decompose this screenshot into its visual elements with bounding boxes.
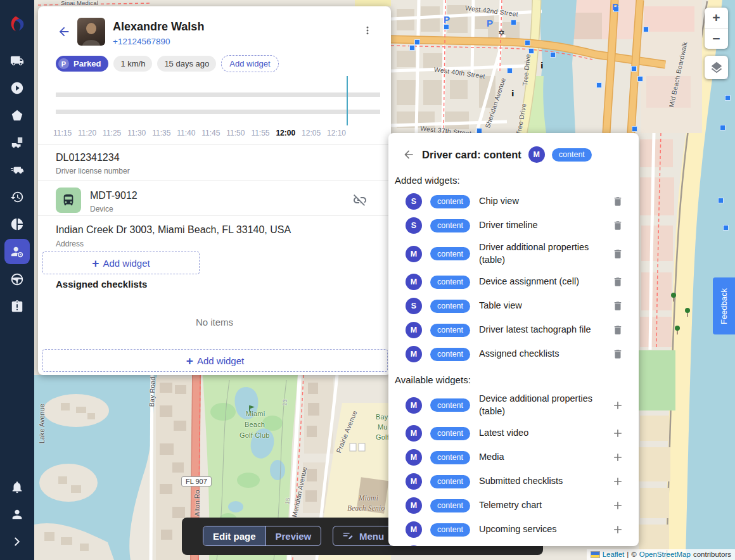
feedback-button[interactable]: Feedback <box>713 277 735 334</box>
timeline-tick: 11:25 <box>103 129 121 137</box>
widget-row: M content Submitted checklists <box>406 473 625 490</box>
device-value: MDT-9012 <box>90 190 137 201</box>
widget-size-badge: M <box>406 274 422 290</box>
add-widget-row-button[interactable] <box>611 523 625 537</box>
widget-size-badge: M <box>406 425 422 442</box>
sidebar-item-reports[interactable] <box>0 210 34 238</box>
timeline-tick: 11:30 <box>127 129 146 137</box>
pie-chart-icon <box>10 217 24 231</box>
sidebar-item-geofences[interactable] <box>0 101 34 129</box>
add-widget-row-button[interactable] <box>611 474 625 488</box>
address-label: Address <box>56 239 84 248</box>
more-options-button[interactable] <box>360 23 375 38</box>
add-widget-row-button[interactable] <box>611 426 625 440</box>
trash-icon <box>612 348 623 360</box>
widget-row: M content Latest video <box>406 425 625 442</box>
widget-row: M content Driver latest tachograph file <box>406 322 625 338</box>
widget-size-badge: S <box>406 193 422 210</box>
bus-device-icon <box>56 188 81 213</box>
timeline-tick: 11:50 <box>226 129 245 137</box>
widget-label: Device assignment (cell) <box>479 276 603 288</box>
widget-row: M content Driver additional properties (… <box>406 241 625 266</box>
timeline-tick: 12:05 <box>302 129 321 137</box>
add-widget-row-button[interactable] <box>611 499 625 512</box>
available-widgets-list: M content Device additional properties (… <box>406 393 625 546</box>
delete-widget-button[interactable] <box>611 247 625 261</box>
sidebar-item-delivery[interactable] <box>0 156 34 183</box>
map-layers-button[interactable] <box>705 56 728 79</box>
zoom-out-button[interactable]: − <box>705 28 728 49</box>
plus-icon <box>611 427 624 440</box>
preview-button[interactable]: Preview <box>266 526 321 545</box>
edit-page-button[interactable]: Edit page <box>203 526 266 545</box>
added-widgets-heading: Added widgets: <box>395 175 639 186</box>
widget-size-badge: M <box>406 397 422 414</box>
widget-row: S content Driver timeline <box>406 217 625 234</box>
back-icon[interactable] <box>57 25 71 39</box>
trash-icon <box>612 248 623 260</box>
delete-widget-button[interactable] <box>611 347 625 361</box>
zoom-in-button[interactable]: + <box>705 8 728 28</box>
timeline-now-line <box>347 76 348 125</box>
plus-icon <box>611 523 624 536</box>
available-widgets-heading: Available widgets: <box>395 374 639 385</box>
speed-chip: 1 km/h <box>113 56 152 72</box>
add-widget-chip[interactable]: Add widget <box>221 55 278 72</box>
sidebar-item-fleet[interactable] <box>0 47 34 74</box>
menu-button[interactable]: Menu <box>333 526 393 546</box>
back-icon[interactable] <box>402 148 415 161</box>
trash-icon <box>612 219 623 232</box>
widget-row: M content Device additional properties (… <box>406 393 625 417</box>
card-content-tag: content <box>552 148 592 162</box>
osm-link[interactable]: OpenStreetMap <box>639 550 691 558</box>
widget-row: M content Device assignment (cell) <box>406 274 625 290</box>
delete-widget-button[interactable] <box>611 194 625 208</box>
add-widget-row-button[interactable] <box>611 398 625 412</box>
delete-widget-button[interactable] <box>611 323 625 337</box>
license-value: DL012341234 <box>56 152 120 163</box>
driver-avatar <box>77 18 105 46</box>
unlink-icon <box>352 193 368 208</box>
sidebar-item-drivers[interactable] <box>4 239 30 264</box>
widget-content-tag: content <box>430 451 470 464</box>
unlink-device-button[interactable] <box>352 193 369 209</box>
widget-content-tag: content <box>430 427 470 440</box>
sidebar-item-tasks[interactable] <box>0 293 34 320</box>
widget-content-tag: content <box>430 398 470 412</box>
status-chip-parked[interactable]: P Parked <box>56 56 108 72</box>
driver-phone-link[interactable]: +12124567890 <box>113 37 170 46</box>
widget-size-badge: M <box>406 449 422 466</box>
widget-row: M content Media <box>406 449 625 466</box>
sidebar-item-history[interactable] <box>0 183 34 210</box>
parking-icon: P <box>58 58 69 69</box>
widget-size-badge: S <box>406 298 422 314</box>
layers-icon <box>710 61 724 75</box>
widget-size-badge: M <box>406 545 422 546</box>
sidebar-item-tracks[interactable] <box>0 74 34 101</box>
leaflet-link[interactable]: Leaflet <box>603 550 625 558</box>
widget-content-tag: content <box>430 276 470 289</box>
trash-icon <box>612 300 623 312</box>
sidebar-item-logistics[interactable] <box>0 129 34 156</box>
add-widget-button-top[interactable]: + Add widget <box>42 251 200 274</box>
delete-widget-button[interactable] <box>611 219 625 232</box>
widget-size-badge: S <box>406 217 422 234</box>
sidebar-item-account[interactable] <box>0 500 34 528</box>
mode-toggle-group: Edit page Preview <box>203 526 321 546</box>
delete-widget-button[interactable] <box>611 275 625 289</box>
clipboard-alert-icon <box>10 300 24 314</box>
app-logo[interactable] <box>6 13 29 35</box>
widget-label: Driver additional properties (table) <box>479 241 603 266</box>
widget-row: S content Table view <box>406 298 625 314</box>
driver-icon <box>10 245 24 258</box>
widget-row: M content Assigned checklists <box>406 346 625 362</box>
trash-icon <box>612 195 623 208</box>
widget-row: S content Chip view <box>406 193 625 210</box>
add-widget-row-button[interactable] <box>611 450 625 464</box>
sidebar-expand-button[interactable] <box>0 528 34 555</box>
delete-widget-button[interactable] <box>611 299 625 313</box>
sidebar-item-notifications[interactable] <box>0 473 34 500</box>
add-widget-button-bottom[interactable]: + Add widget <box>42 349 388 372</box>
sidebar-item-driving[interactable] <box>0 265 34 293</box>
widget-content-tag: content <box>430 195 470 208</box>
